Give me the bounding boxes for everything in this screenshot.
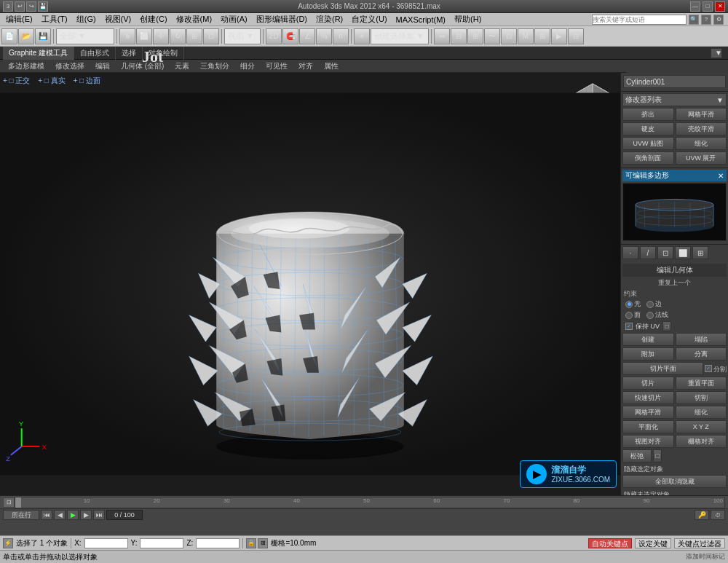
align-tool[interactable]: ⊟ xyxy=(451,28,467,44)
quick-access-2[interactable]: ↪ xyxy=(26,1,36,12)
create-btn[interactable]: 创建 xyxy=(622,333,674,346)
radio-normal[interactable] xyxy=(646,312,654,319)
uvw-unwrap-btn[interactable]: UVW 展开 xyxy=(676,151,727,165)
reset-plane-btn[interactable]: 重置平面 xyxy=(676,377,727,390)
menu-render[interactable]: 渲染(R) xyxy=(312,13,347,25)
rotate-tool[interactable]: ↻ xyxy=(170,28,186,44)
uvw-map-btn[interactable]: UVW 贴图 xyxy=(622,137,674,150)
ribbon-toggle[interactable]: ▼ xyxy=(711,48,722,58)
scale-tool[interactable]: ⊞ xyxy=(186,28,202,44)
open-file-btn[interactable]: 📂 xyxy=(18,28,34,44)
named-select-dropdown[interactable]: 创建选择集 ▼ xyxy=(371,28,429,44)
shell-btn[interactable]: 硬皮 xyxy=(622,122,674,135)
render-frame[interactable]: ⊟ xyxy=(568,28,584,44)
subdivide-btn[interactable]: 细分 xyxy=(235,60,260,73)
mirror-tool[interactable]: ⇔ xyxy=(434,28,450,44)
go-end-btn[interactable]: ⏭ xyxy=(93,510,105,520)
relax-settings[interactable]: □ xyxy=(653,449,662,462)
menu-create[interactable]: 创建(C) xyxy=(135,13,171,25)
menu-customize[interactable]: 自定义(U) xyxy=(347,13,391,25)
split-checkbox[interactable]: ✓ xyxy=(705,365,712,372)
tessellate-btn[interactable]: 平面化 xyxy=(622,420,674,433)
editable-poly-header[interactable]: 可编辑多边形 ✕ xyxy=(622,170,727,181)
material-editor[interactable]: M xyxy=(518,28,534,44)
x-input[interactable] xyxy=(84,538,128,548)
edge-icon[interactable]: / xyxy=(640,246,656,259)
next-frame-btn[interactable]: ▶ xyxy=(80,510,92,520)
angle-snap[interactable]: ∠ xyxy=(299,28,315,44)
render-setup[interactable]: ⊞ xyxy=(534,28,550,44)
spinner-snap[interactable]: n xyxy=(333,28,349,44)
menu-animation[interactable]: 动画(A) xyxy=(216,13,252,25)
freeform-tab[interactable]: 自由形式 xyxy=(74,47,116,60)
polygon-icon[interactable]: ⬜ xyxy=(675,246,691,259)
attach-btn[interactable]: 附加 xyxy=(622,347,674,361)
radio-none[interactable] xyxy=(625,301,633,308)
refine2-btn[interactable]: 细化 xyxy=(676,406,727,419)
constraint-none[interactable]: 无 xyxy=(625,299,641,309)
lock-icon[interactable]: 🔒 xyxy=(246,538,256,548)
schematic-view[interactable]: ⊡ xyxy=(501,28,517,44)
modify-select-btn[interactable]: 修改选择 xyxy=(50,60,90,73)
meshsmooth2-btn[interactable]: 网格平滑 xyxy=(622,406,674,419)
reference-tool[interactable]: ⊡ xyxy=(203,28,219,44)
close-button[interactable]: ✕ xyxy=(715,1,725,12)
menu-maxscript[interactable]: MAXScript(M) xyxy=(392,15,450,25)
visibility-btn[interactable]: 可见性 xyxy=(261,60,293,73)
key-filter-btn[interactable]: 关键点过滤器 xyxy=(674,538,725,548)
track-view-btn[interactable]: ⊡ xyxy=(3,497,15,508)
key-mode-btn[interactable]: 🔑 xyxy=(695,510,709,520)
timeline-ticks[interactable]: 0 10 20 30 40 50 60 70 80 90 100 xyxy=(15,497,725,508)
timeline-slider[interactable] xyxy=(15,497,21,508)
extrude-btn[interactable]: 挤出 xyxy=(622,108,674,121)
menu-help[interactable]: 帮助(H) xyxy=(450,13,486,25)
snap-2d[interactable]: 2D xyxy=(266,28,282,44)
auto-key-btn[interactable]: 自动关键点 xyxy=(588,538,632,548)
save-file-btn[interactable]: 💾 xyxy=(35,28,51,44)
view-align-btn[interactable]: 视图对齐 xyxy=(622,435,674,448)
poly-modeling-btn[interactable]: 多边形建模 xyxy=(3,60,50,73)
properties-btn[interactable]: 属性 xyxy=(319,60,344,73)
bevel-profile-btn[interactable]: 倒角剖面 xyxy=(622,151,674,165)
refine-btn[interactable]: 细化 xyxy=(676,137,727,150)
graphite-tab[interactable]: Graphite 建模工具 xyxy=(3,47,74,60)
select-dropdown[interactable]: 全部 ▼ xyxy=(56,28,114,44)
element-btn[interactable]: 元素 xyxy=(170,60,194,73)
layer-btn[interactable]: ⊞ xyxy=(467,28,483,44)
set-key-btn[interactable]: 设定关键 xyxy=(635,538,671,548)
grid-icon[interactable]: ⊞ xyxy=(258,538,268,548)
triangle-btn[interactable]: 三角划分 xyxy=(195,60,234,73)
quick-access-3[interactable]: 💾 xyxy=(38,1,48,12)
curve-editor[interactable]: 〜 xyxy=(484,28,500,44)
collapse-btn[interactable]: 塌陷 xyxy=(676,333,727,346)
meshsmooth-btn[interactable]: 网格平滑 xyxy=(676,108,727,121)
view-dropdown[interactable]: 视图 ▼ xyxy=(224,28,261,44)
radio-edge[interactable] xyxy=(646,301,654,308)
y-input[interactable] xyxy=(140,538,183,548)
menu-modifiers[interactable]: 修改器(M) xyxy=(172,13,217,25)
preserve-uv-settings[interactable]: □ xyxy=(662,321,671,331)
object-name-input[interactable] xyxy=(623,75,726,88)
constraint-edge[interactable]: 边 xyxy=(646,299,662,309)
maximize-button[interactable]: □ xyxy=(703,1,713,12)
search-input[interactable] xyxy=(592,15,687,25)
help-icon[interactable]: ? xyxy=(701,15,711,25)
snap-btn[interactable]: 🧲 xyxy=(282,28,298,44)
slice-plane-btn[interactable]: 切片平面 xyxy=(622,362,703,375)
menu-edit[interactable]: 编辑(E) xyxy=(1,13,37,25)
menu-group[interactable]: 组(G) xyxy=(72,13,100,25)
border-icon[interactable]: ⊡ xyxy=(657,246,673,259)
skin-smooth-btn[interactable]: 壳纹平滑 xyxy=(676,122,727,135)
minimize-button[interactable]: — xyxy=(690,1,700,12)
constraint-normal[interactable]: 法线 xyxy=(646,310,668,320)
slice-btn[interactable]: 切片 xyxy=(622,377,674,390)
percent-snap[interactable]: % xyxy=(316,28,332,44)
keyfilter-dropdown[interactable]: 所在行 xyxy=(3,510,39,520)
radio-face[interactable] xyxy=(625,312,633,319)
quickslice-btn[interactable]: 快速切片 xyxy=(622,391,674,404)
prev-frame-btn[interactable]: ◀ xyxy=(54,510,66,520)
go-start-btn[interactable]: ⏮ xyxy=(41,510,52,520)
new-file-btn[interactable]: 📄 xyxy=(1,28,17,44)
preserve-uv-checkbox[interactable]: ✓ xyxy=(625,323,633,330)
xyz-btn[interactable]: X Y Z xyxy=(676,420,727,433)
